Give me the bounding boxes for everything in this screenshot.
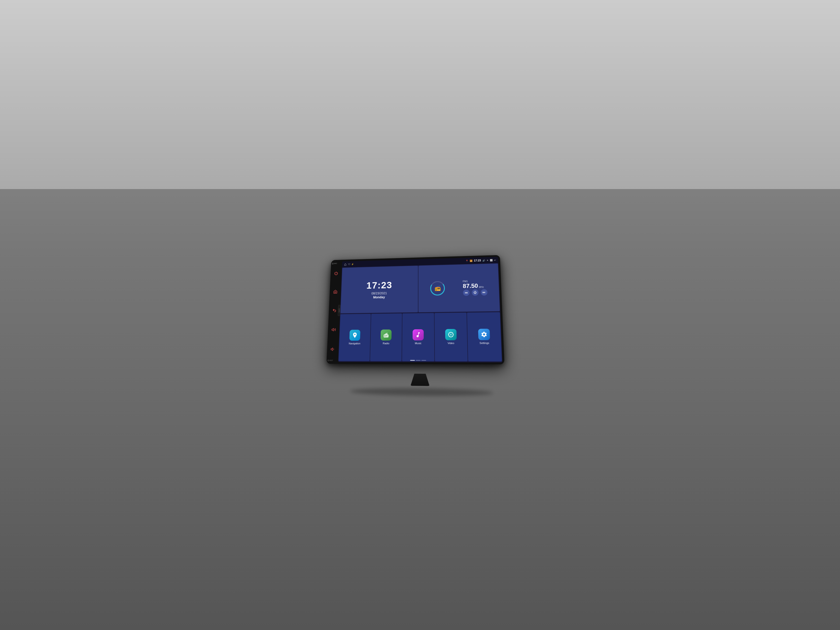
settings-label: Settings [480,341,489,344]
status-time: 17:23 [474,259,481,262]
mic-label: MIC [332,262,337,265]
radio-unit: MHz [479,286,484,288]
svg-point-9 [448,332,453,337]
svg-point-11 [450,332,451,333]
svg-marker-2 [331,348,333,351]
status-right: 📍 📶 17:23 🔊 ✕ ⬜ ↩ [466,258,496,262]
main-content: 17:23 08/23/2021 Monday 📻 [338,263,502,362]
app-settings[interactable]: Settings [467,312,502,362]
radio-circle: 📻 [429,281,445,296]
radio-info: FM1 87.50 MHz ⏮ ⏻ ⏭ [463,279,488,296]
svg-marker-0 [332,328,334,331]
radio-widget[interactable]: 📻 FM1 87.50 MHz ⏮ ⏻ ⏭ [418,264,500,312]
home-button[interactable] [332,289,338,295]
svg-point-15 [449,333,450,334]
window-icon: ⬜ [490,259,493,261]
app-radio[interactable]: Radio [370,313,402,361]
radio-next-button[interactable]: ⏭ [480,289,488,295]
mic-text: MIC [334,262,337,265]
radio-icon: 📻 [434,285,441,291]
radio-frequency: 87.50 [463,282,478,290]
wifi-icon: 📶 [470,259,472,262]
svg-point-10 [450,334,452,335]
clock-date: 08/23/2021 [371,291,387,295]
power-button[interactable] [333,270,339,276]
video-label: Video [448,342,454,344]
rst-dot [327,360,329,361]
back-button[interactable] [332,307,338,314]
vol-up-button[interactable]: + [330,327,337,333]
device-scene: MIC [325,255,515,375]
rst-text: RST [330,360,333,362]
music-label: Music [415,342,422,344]
svg-text:+: + [335,328,335,330]
apps-row: Navigation [338,312,502,362]
svg-point-17 [452,333,452,334]
usb-icon: ⚡ [351,263,354,265]
navigation-icon [349,330,360,341]
svg-rect-7 [384,335,386,336]
location-icon: 📍 [466,259,468,262]
page-dot-2 [416,360,420,361]
app-music[interactable]: Music [402,313,434,361]
video-icon [445,329,456,340]
mic-dot [332,263,334,265]
navigation-label: Navigation [349,342,360,345]
clock-day: Monday [373,295,385,299]
app-video[interactable]: Video [434,313,468,362]
svg-point-12 [450,336,451,337]
radio-controls: ⏮ ⏻ ⏭ [463,289,488,296]
home-status-icon[interactable]: ⌂ [344,262,347,267]
surface-shadow [350,388,493,397]
clock-widget[interactable]: 17:23 08/23/2021 Monday [341,266,418,313]
status-left: ⌂ 🛡 ⚡ [344,262,354,267]
radio-app-icon [381,330,392,341]
music-icon [413,329,424,341]
clock-time: 17:23 [366,280,392,291]
radio-power-button[interactable]: ⏻ [472,289,478,296]
close-icon: ✕ [486,259,488,262]
shield-icon: 🛡 [348,263,351,265]
app-navigation[interactable]: Navigation [338,314,371,361]
device-stand [411,374,429,386]
back-nav-icon: ↩ [494,259,496,261]
settings-icon [478,329,490,340]
page-indicator [410,360,426,361]
card-label: CARD [338,308,340,313]
svg-point-18 [449,336,450,336]
svg-point-13 [448,334,449,335]
svg-point-16 [452,336,452,336]
device-body: MIC [327,255,505,365]
vol-down-button[interactable] [330,346,336,352]
page-dot-1 [410,360,415,361]
screen: ⌂ 🛡 ⚡ 📍 📶 17:23 🔊 ✕ ⬜ ↩ [338,257,502,362]
status-icons: 🛡 ⚡ [348,263,354,265]
radio-prev-button[interactable]: ⏮ [463,289,469,296]
svg-rect-8 [384,336,386,336]
page-dot-3 [422,360,426,361]
radio-band: FM1 [463,280,468,283]
radio-label: Radio [383,342,389,345]
volume-icon: 🔊 [482,259,485,262]
svg-rect-5 [384,335,389,338]
rst-label: RST [327,360,333,362]
device-wrapper: MIC [326,255,520,377]
svg-point-14 [452,334,453,335]
